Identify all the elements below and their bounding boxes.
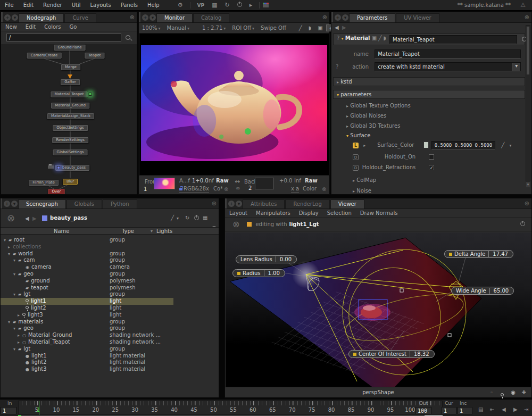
- tree-row[interactable]: ●light2light material: [1, 359, 217, 366]
- scrollbar[interactable]: ▾: [526, 25, 530, 181]
- node-badge-icon[interactable]: ▣: [372, 35, 377, 41]
- render-slate-icon[interactable]: [263, 3, 269, 7]
- history-forward-icon[interactable]: ▶: [342, 24, 346, 30]
- out-input[interactable]: 100: [415, 407, 431, 414]
- column-lights[interactable]: Lights: [156, 228, 172, 234]
- chevron-down-icon[interactable]: ▾: [510, 143, 512, 148]
- tree-row[interactable]: ▾▰rootgroup: [1, 237, 217, 244]
- power-icon[interactable]: [520, 221, 525, 227]
- tab-python[interactable]: Python: [103, 199, 137, 209]
- tab-nodegraph[interactable]: Nodegraph: [19, 13, 64, 22]
- vw-menu-selection[interactable]: Selection: [323, 210, 356, 216]
- keyframe-icon[interactable]: [353, 353, 356, 356]
- view-flag-arrow[interactable]: [68, 74, 72, 79]
- tree-row-selected[interactable]: light1light: [1, 298, 173, 305]
- tree-row[interactable]: ▾▰worldgroup: [1, 251, 217, 257]
- swipe-toggle[interactable]: Swipe Off: [257, 25, 289, 31]
- tree-row[interactable]: ▾▰camgroup: [1, 257, 217, 264]
- menu-render[interactable]: Render: [38, 2, 67, 8]
- group-global-noises[interactable]: ▸ Global Noises: [346, 113, 386, 119]
- back-close-icon[interactable]: ⊗: [322, 186, 326, 192]
- search-icon[interactable]: [126, 35, 130, 40]
- local-badge[interactable]: L: [353, 143, 359, 148]
- tab-catalog[interactable]: Catalog: [193, 13, 229, 22]
- back-view-select[interactable]: Raw: [305, 178, 318, 184]
- pane-menu-icon[interactable]: ▾: [11, 201, 18, 207]
- front-clamp[interactable]: Inf: [207, 178, 214, 184]
- update-mode-select[interactable]: Manual▾: [164, 25, 193, 31]
- column-name[interactable]: Name: [54, 228, 70, 234]
- node-teapot[interactable]: Teapot: [85, 53, 104, 59]
- tree-row[interactable]: ▾▰lgtgroup: [1, 291, 217, 298]
- node-beauty-pass[interactable]: beauty_pass: [55, 165, 89, 171]
- tree-row[interactable]: ▰groundpolymesh: [1, 278, 217, 285]
- action-dropdown[interactable]: create with kstd material ▾: [375, 62, 521, 71]
- back-colorspace-select[interactable]: Color: [303, 186, 317, 192]
- front-channels[interactable]: RGB&28x: [179, 186, 209, 193]
- tab-globals[interactable]: Globals: [66, 199, 102, 209]
- hud-lens-radius[interactable]: Lens Radius0.00: [236, 255, 297, 263]
- tree-row[interactable]: ▾▰materialsgroup: [1, 319, 217, 326]
- keyframe-icon[interactable]: [449, 253, 452, 256]
- tab-scenegraph[interactable]: Scenegraph: [18, 199, 66, 209]
- tree-row[interactable]: ◉cameracamera: [1, 264, 217, 271]
- in-input[interactable]: 1: [1, 407, 16, 414]
- ratio-select[interactable]: 1 : 2.71▾: [199, 25, 229, 31]
- timeline-ruler[interactable]: 5101520253035404550556065707580859095100…: [18, 401, 443, 414]
- back-thumbnail[interactable]: [255, 178, 274, 189]
- holdout-refractions-checkbox[interactable]: ✓: [429, 165, 434, 170]
- menu-help[interactable]: Help: [143, 2, 164, 8]
- pane-add-icon[interactable]: +: [228, 201, 235, 207]
- group-colmap[interactable]: ▸ ColMap: [353, 177, 376, 183]
- tab-attributes[interactable]: Attributes: [243, 199, 285, 209]
- gear-icon[interactable]: ⚙: [174, 2, 187, 9]
- pane-add-icon[interactable]: +: [335, 14, 341, 21]
- ng-menu-new[interactable]: New: [1, 24, 21, 30]
- pane-add-icon[interactable]: +: [4, 14, 11, 21]
- clear-icon[interactable]: ⊗: [7, 212, 15, 223]
- slate-icon[interactable]: ▦: [203, 215, 207, 221]
- pane-add-icon[interactable]: +: [4, 201, 10, 207]
- menu-file[interactable]: File: [0, 2, 19, 8]
- menu-edit[interactable]: Edit: [19, 2, 38, 8]
- tree-row[interactable]: ▸○Material_Teapotshading network ...: [1, 339, 217, 346]
- node-materialassign-stack[interactable]: MaterialAssign_Stack: [47, 113, 94, 119]
- node-gaffer[interactable]: Gaffer: [61, 79, 80, 85]
- back-mult[interactable]: x a: [291, 186, 299, 193]
- close-icon[interactable]: ⊗: [130, 14, 135, 21]
- node-rendersettings[interactable]: RenderSettings: [52, 137, 88, 143]
- vw-menu-layout[interactable]: Layout: [225, 210, 252, 216]
- swap-icon[interactable]: ↔: [235, 178, 240, 185]
- group-surface[interactable]: ▾ Surface: [346, 132, 370, 138]
- nodegraph-canvas[interactable]: GroundPlane CameraCreate Teapot Merge Ga…: [1, 44, 137, 194]
- comment-icon[interactable]: ◗: [384, 35, 386, 41]
- chevron-down-icon[interactable]: ▾: [151, 229, 153, 234]
- default-badge[interactable]: D: [353, 154, 359, 160]
- node-name-input[interactable]: Material_Teapot: [389, 35, 517, 44]
- inc-input[interactable]: 1: [458, 407, 472, 414]
- close-icon[interactable]: ⊗: [525, 14, 529, 21]
- slate-icon[interactable]: ▦: [208, 2, 221, 9]
- history-back-icon[interactable]: ◀: [25, 215, 29, 221]
- history-back-icon[interactable]: ◀: [335, 24, 339, 30]
- help-icon[interactable]: ?: [336, 64, 338, 70]
- pixel-probe-icon[interactable]: ╱: [296, 25, 305, 31]
- expand-icon[interactable]: ▾: [342, 36, 344, 41]
- warning-icon[interactable]: ⚠: [520, 2, 526, 9]
- tree-row[interactable]: ●light3light material: [1, 366, 217, 373]
- close-icon[interactable]: ⊗: [525, 200, 529, 207]
- tree-row[interactable]: ●light1light material: [1, 353, 217, 360]
- refresh-icon[interactable]: ↻: [185, 215, 189, 221]
- node-groundplane[interactable]: GroundPlane: [54, 45, 86, 51]
- tab-parameters[interactable]: Parameters: [349, 13, 395, 22]
- pen-icon[interactable]: ╱: [501, 142, 504, 148]
- group-noise[interactable]: ▸ Noise: [353, 188, 371, 194]
- pane-menu-icon[interactable]: ▾: [236, 201, 242, 207]
- chevron-down-icon[interactable]: ▾: [177, 216, 179, 221]
- node-search-input[interactable]: /: [6, 34, 121, 41]
- node-cameracreate[interactable]: CameraCreate: [27, 53, 62, 59]
- node-blur[interactable]: Blur: [63, 179, 78, 185]
- prev-frame-icon[interactable]: ◀: [502, 406, 506, 412]
- refresh-icon[interactable]: ↻: [221, 2, 234, 9]
- layers-icon[interactable]: ▣: [314, 25, 326, 31]
